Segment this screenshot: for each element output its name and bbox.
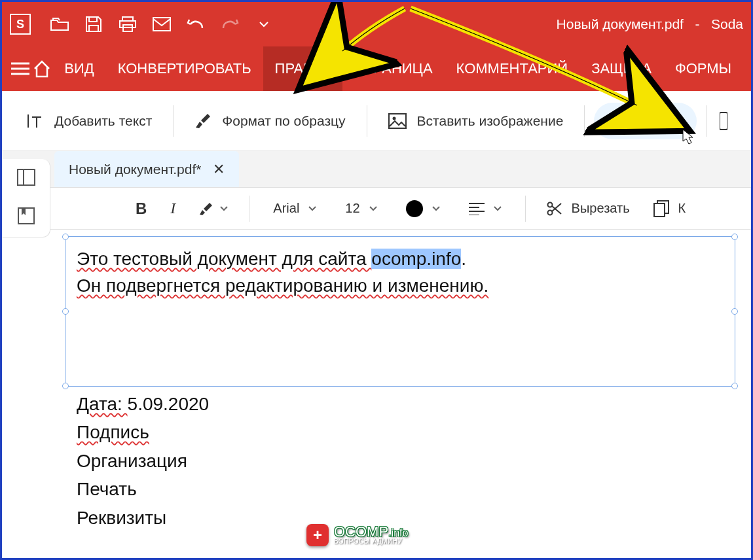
open-button[interactable] bbox=[46, 11, 73, 37]
svg-rect-6 bbox=[18, 208, 34, 224]
tab-close-button[interactable]: ✕ bbox=[213, 161, 225, 178]
svg-point-7 bbox=[547, 202, 552, 207]
insert-image-button[interactable]: Вставить изображение bbox=[376, 103, 576, 139]
highlight-button[interactable] bbox=[190, 196, 237, 222]
watermark-logo: + OCOMP.info ВОПРОСЫ АДМИНУ bbox=[306, 524, 408, 546]
add-text-button[interactable]: Добавить текст bbox=[14, 103, 164, 139]
svg-rect-9 bbox=[654, 203, 665, 217]
window-title: Новый документ.pdf - Soda bbox=[557, 16, 743, 32]
svg-point-8 bbox=[547, 210, 552, 215]
resize-handle[interactable] bbox=[731, 308, 738, 315]
align-select[interactable] bbox=[457, 196, 513, 222]
more-dropdown[interactable] bbox=[251, 11, 277, 37]
clipboard-icon[interactable] bbox=[720, 111, 727, 131]
chevron-down-icon bbox=[494, 206, 502, 211]
chevron-down-icon bbox=[308, 206, 316, 211]
font-family-select[interactable]: Arial bbox=[261, 196, 328, 222]
svg-rect-4 bbox=[18, 169, 35, 185]
menu-bar: ВИД КОНВЕРТИРОВАТЬ ПРАВКА СТРАНИЦА КОММЕ… bbox=[2, 46, 751, 91]
resize-handle[interactable] bbox=[731, 383, 738, 389]
link-button[interactable]: Ссылка bbox=[594, 103, 696, 139]
menu-protect[interactable]: ЗАЩИТА bbox=[579, 46, 663, 91]
undo-button[interactable] bbox=[183, 11, 209, 37]
menu-edit[interactable]: ПРАВКА bbox=[263, 46, 343, 91]
marker-icon bbox=[199, 201, 213, 216]
home-button[interactable] bbox=[31, 46, 53, 91]
resize-handle[interactable] bbox=[62, 308, 69, 315]
font-size-select[interactable]: 12 bbox=[333, 196, 388, 222]
link-icon bbox=[606, 114, 625, 128]
menu-convert[interactable]: КОНВЕРТИРОВАТЬ bbox=[106, 46, 263, 91]
svg-rect-0 bbox=[153, 18, 170, 31]
align-left-icon bbox=[469, 202, 485, 215]
side-panel bbox=[2, 159, 50, 237]
bold-button[interactable]: B bbox=[126, 196, 156, 222]
format-painter-button[interactable]: Формат по образцу bbox=[183, 103, 357, 139]
save-button[interactable] bbox=[81, 11, 107, 37]
color-swatch bbox=[406, 200, 423, 217]
menu-forms[interactable]: ФОРМЫ bbox=[663, 46, 743, 91]
panel-bookmark-icon[interactable] bbox=[18, 207, 35, 227]
document-tab[interactable]: Новый документ.pdf* ✕ bbox=[54, 151, 239, 187]
mail-button[interactable] bbox=[149, 11, 175, 37]
copy-button[interactable]: К bbox=[644, 196, 695, 222]
image-icon bbox=[388, 113, 407, 129]
scissors-icon bbox=[547, 201, 562, 217]
svg-point-2 bbox=[392, 116, 395, 120]
app-logo: S bbox=[10, 14, 31, 35]
selected-text[interactable]: ocomp.info bbox=[371, 249, 461, 269]
copy-icon bbox=[653, 200, 669, 217]
chevron-down-icon bbox=[432, 206, 440, 211]
signature-block[interactable]: Дата: 5.09.2020 Подпись Организация Печа… bbox=[77, 390, 209, 532]
tab-label: Новый документ.pdf* bbox=[69, 162, 201, 177]
svg-rect-3 bbox=[720, 113, 727, 130]
resize-handle[interactable] bbox=[62, 234, 69, 240]
menu-comment[interactable]: КОММЕНТАРИЙ bbox=[445, 46, 580, 91]
tab-strip: Новый документ.pdf* ✕ bbox=[2, 151, 751, 188]
document-canvas[interactable]: Это тестовый документ для сайта ocomp.in… bbox=[58, 230, 742, 551]
resize-handle[interactable] bbox=[62, 383, 69, 389]
cut-button[interactable]: Вырезать bbox=[538, 196, 639, 222]
hamburger-menu[interactable] bbox=[10, 46, 31, 91]
italic-button[interactable]: I bbox=[161, 196, 185, 222]
format-toolbar: B I Arial 12 Вырезать К bbox=[2, 188, 751, 230]
title-bar: S Новый документ.pdf - Soda bbox=[2, 2, 751, 46]
redo-button[interactable] bbox=[217, 11, 243, 37]
menu-view[interactable]: ВИД bbox=[52, 46, 105, 91]
chevron-down-icon bbox=[220, 206, 228, 211]
paragraph-text[interactable]: Это тестовый документ для сайта ocomp.in… bbox=[77, 246, 488, 299]
menu-page[interactable]: СТРАНИЦА bbox=[342, 46, 444, 91]
chevron-down-icon bbox=[369, 206, 377, 211]
svg-rect-1 bbox=[389, 114, 406, 128]
resize-handle[interactable] bbox=[731, 234, 738, 240]
panel-layout-icon[interactable] bbox=[17, 169, 35, 188]
text-cursor-icon bbox=[26, 112, 44, 130]
brush-icon bbox=[194, 113, 211, 130]
font-color-select[interactable] bbox=[394, 196, 452, 222]
print-button[interactable] bbox=[115, 11, 141, 37]
ribbon: Добавить текст Формат по образцу Вставит… bbox=[2, 91, 751, 151]
plus-icon: + bbox=[306, 524, 329, 546]
